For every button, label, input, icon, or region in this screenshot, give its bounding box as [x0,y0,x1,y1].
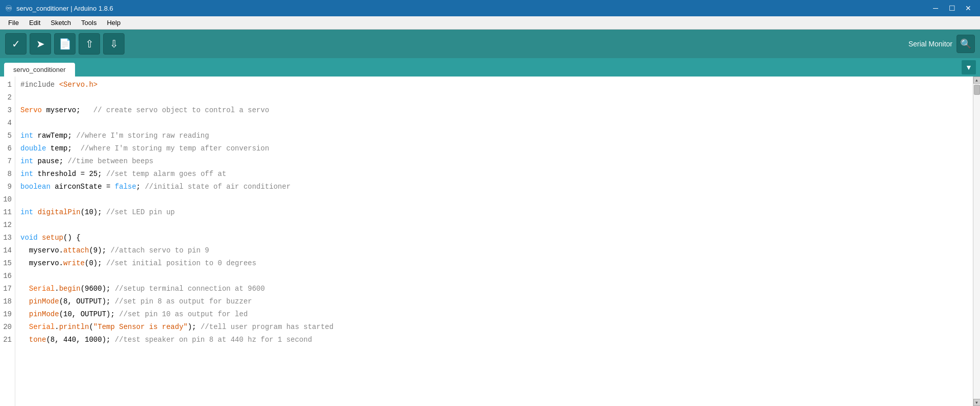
menu-tools[interactable]: Tools [76,18,102,28]
code-area[interactable]: #include <Servo.h> Servo myservo; // cre… [15,77,973,406]
app-logo-icon: ♾ [5,4,12,13]
menu-sketch[interactable]: Sketch [45,18,76,28]
tab-dropdown-button[interactable]: ▼ [962,60,976,74]
maximize-button[interactable]: ☐ [945,3,959,13]
scroll-down-arrow[interactable]: ▼ [973,399,981,406]
scroll-up-arrow[interactable]: ▲ [973,77,981,84]
menu-help[interactable]: Help [102,18,126,28]
tab-bar: servo_conditioner ▼ [0,58,980,77]
close-button[interactable]: ✕ [962,3,975,13]
upload-button[interactable]: ➤ [30,33,51,55]
minimize-button[interactable]: ─ [929,3,942,13]
line-numbers: 12345 678910 1112131415 1617181920 21 [0,77,15,406]
title-bar-left: ♾ servo_conditioner | Arduino 1.8.6 [5,4,113,13]
toolbar-right: Serial Monitor 🔍 [909,35,975,53]
menu-edit[interactable]: Edit [24,18,45,28]
scroll-track[interactable] [973,84,981,399]
toolbar: ✓ ➤ 📄 ⇧ ⇩ Serial Monitor 🔍 [0,30,980,58]
title-bar: ♾ servo_conditioner | Arduino 1.8.6 ─ ☐ … [0,0,980,16]
scrollbar[interactable]: ▲ ▼ [973,77,980,406]
menu-bar: File Edit Sketch Tools Help [0,16,980,30]
menu-file[interactable]: File [3,18,24,28]
tab-servo-conditioner[interactable]: servo_conditioner [4,63,75,77]
serial-monitor-button[interactable]: 🔍 [957,35,975,53]
new-button[interactable]: 📄 [54,33,76,55]
save-button[interactable]: ⇩ [103,33,125,55]
title-bar-controls: ─ ☐ ✕ [929,3,975,13]
editor-wrapper: 12345 678910 1112131415 1617181920 21 #i… [0,77,980,406]
open-button[interactable]: ⇧ [79,33,100,55]
serial-monitor-label: Serial Monitor [909,40,952,48]
scroll-thumb[interactable] [974,85,980,95]
verify-button[interactable]: ✓ [5,33,27,55]
window-title: servo_conditioner | Arduino 1.8.6 [16,5,113,12]
